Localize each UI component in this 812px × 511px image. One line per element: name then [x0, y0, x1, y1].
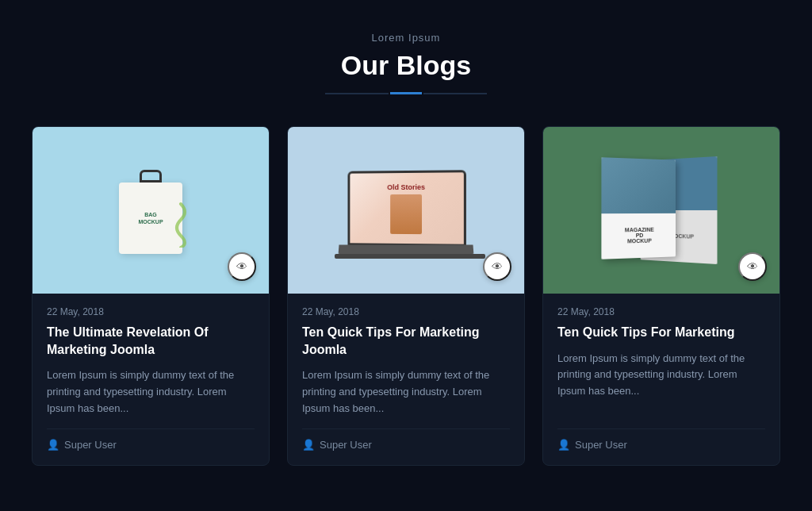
- magazine-face: [390, 194, 422, 233]
- card-3-image-wrapper: PD MOCKUP MAGAZINEPDMOCKUP 👁: [543, 127, 779, 294]
- card-2-date: 22 May, 2018: [302, 306, 510, 317]
- card-2-image-wrapper: Old Stories 👁: [288, 127, 524, 294]
- bag-text: BAGMOCKUP: [138, 211, 163, 225]
- card-3-author-name: Super User: [575, 439, 627, 451]
- card-3-date: 22 May, 2018: [557, 306, 765, 317]
- mag-front-image: [601, 157, 676, 213]
- card-1-title: The Ultimate Revelation Of Marketing Joo…: [47, 324, 255, 358]
- mag-front: MAGAZINEPDMOCKUP: [601, 157, 676, 259]
- eye-icon-3: 👁: [747, 260, 758, 273]
- card-1-body: 22 May, 2018 The Ultimate Revelation Of …: [33, 294, 269, 465]
- card-2-author-name: Super User: [320, 439, 372, 451]
- card-3-author: 👤 Super User: [557, 428, 765, 451]
- card-2-author: 👤 Super User: [302, 428, 510, 451]
- laptop-mockup: Old Stories: [335, 159, 477, 262]
- mag-front-text: MAGAZINEPDMOCKUP: [601, 213, 676, 259]
- bag-handle: [140, 170, 162, 182]
- magazine-on-screen: Old Stories: [387, 182, 425, 190]
- laptop-screen-content: Old Stories: [350, 172, 463, 244]
- card-2-title: Ten Quick Tips For Marketing Joomla: [302, 324, 510, 358]
- card-3-eye-button[interactable]: 👁: [738, 252, 767, 281]
- card-1-author: 👤 Super User: [47, 428, 255, 451]
- author-icon-3: 👤: [557, 439, 570, 451]
- bag-mockup: BAGMOCKUP: [115, 167, 186, 254]
- eye-icon-2: 👁: [492, 260, 503, 273]
- card-3-body: 22 May, 2018 Ten Quick Tips For Marketin…: [543, 294, 779, 465]
- card-3-excerpt: Lorem Ipsum is simply dummy text of the …: [557, 351, 765, 417]
- bag-squiggle: [169, 200, 193, 248]
- card-2-eye-button[interactable]: 👁: [483, 252, 511, 281]
- divider-right: [423, 93, 487, 94]
- card-3-title: Ten Quick Tips For Marketing: [557, 324, 765, 341]
- laptop-bottom: [335, 254, 485, 259]
- divider-accent: [390, 92, 422, 94]
- card-1-eye-button[interactable]: 👁: [228, 252, 256, 281]
- card-2-body: 22 May, 2018 Ten Quick Tips For Marketin…: [288, 294, 524, 465]
- divider-left: [325, 93, 389, 94]
- laptop-screen: Old Stories: [347, 170, 465, 247]
- card-1-image-wrapper: BAGMOCKUP 👁: [33, 127, 269, 294]
- eye-icon-1: 👁: [236, 260, 247, 273]
- card-1-date: 22 May, 2018: [47, 306, 255, 317]
- author-icon-2: 👤: [302, 439, 315, 451]
- section-divider: [325, 92, 487, 94]
- magazine-mockup: PD MOCKUP MAGAZINEPDMOCKUP: [598, 159, 725, 262]
- section-subtitle: Lorem Ipsum: [325, 32, 487, 44]
- card-1-excerpt: Lorem Ipsum is simply dummy text of the …: [47, 367, 255, 417]
- mag-front-label: MAGAZINEPDMOCKUP: [625, 227, 654, 244]
- cards-container: BAGMOCKUP 👁 22 May, 2018 The Ultimate Re…: [17, 126, 795, 466]
- blog-card-3: PD MOCKUP MAGAZINEPDMOCKUP 👁 22 May, 201…: [542, 126, 780, 466]
- card-1-author-name: Super User: [64, 439, 117, 451]
- author-icon-1: 👤: [47, 439, 59, 451]
- section-title: Our Blogs: [325, 50, 487, 81]
- section-header: Lorem Ipsum Our Blogs: [325, 32, 487, 94]
- blog-card-2: Old Stories 👁 22 May, 2018 Ten Quick Tip…: [287, 126, 525, 466]
- card-2-excerpt: Lorem Ipsum is simply dummy text of the …: [302, 367, 510, 417]
- blog-card-1: BAGMOCKUP 👁 22 May, 2018 The Ultimate Re…: [32, 126, 270, 466]
